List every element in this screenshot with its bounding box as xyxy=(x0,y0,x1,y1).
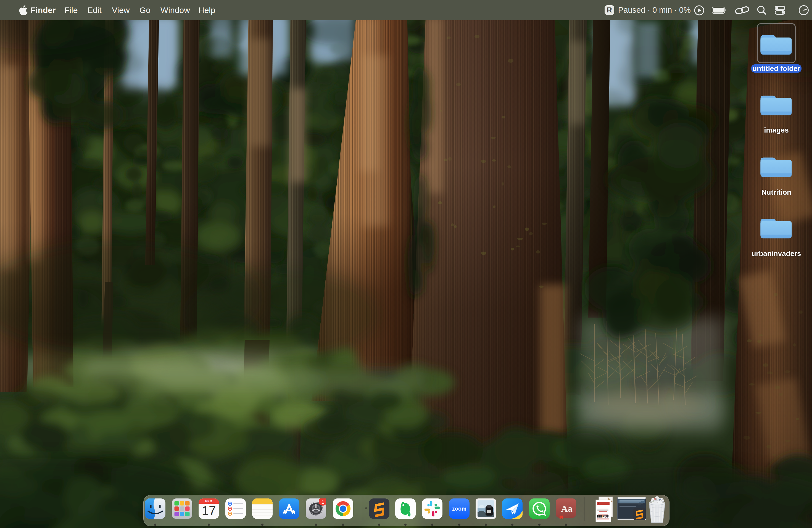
svg-text:zoom: zoom xyxy=(452,505,466,512)
svg-text:17: 17 xyxy=(202,503,216,518)
svg-text:PDF: PDF xyxy=(603,514,609,518)
svg-text:1: 1 xyxy=(321,498,324,505)
svg-text:Aa: Aa xyxy=(561,503,572,514)
svg-text:FEB: FEB xyxy=(205,500,213,503)
